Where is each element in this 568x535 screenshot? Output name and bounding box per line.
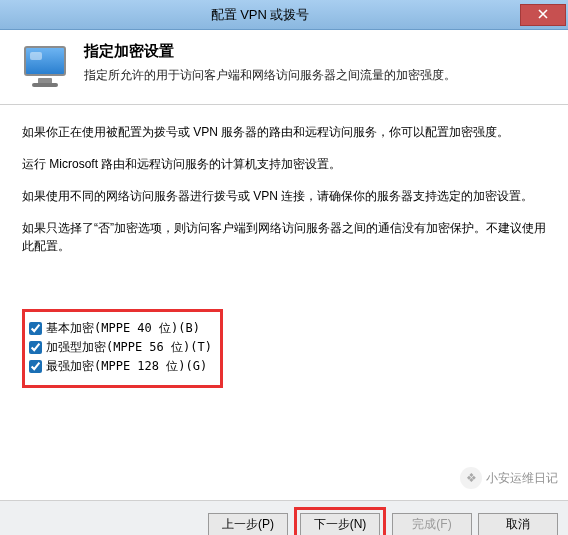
body-para-2: 运行 Microsoft 路由和远程访问服务的计算机支持加密设置。 xyxy=(22,155,546,173)
checkbox-strong-encryption[interactable] xyxy=(29,341,42,354)
checkbox-basic-encryption[interactable] xyxy=(29,322,42,335)
body-para-4: 如果只选择了“否”加密选项，则访问客户端到网络访问服务器之间的通信没有加密保护。… xyxy=(22,219,546,255)
page-title: 指定加密设置 xyxy=(84,42,456,61)
next-button-highlight: 下一步(N) xyxy=(294,507,386,536)
option-strong-row: 加强型加密(MPPE 56 位)(T) xyxy=(29,339,212,356)
window-title: 配置 VPN 或拨号 xyxy=(0,6,520,24)
cancel-button[interactable]: 取消 xyxy=(478,513,558,536)
close-icon xyxy=(538,8,548,22)
wizard-footer: 上一步(P) 下一步(N) 完成(F) 取消 xyxy=(0,500,568,535)
option-strongest-row: 最强加密(MPPE 128 位)(G) xyxy=(29,358,212,375)
next-button[interactable]: 下一步(N) xyxy=(300,513,380,536)
label-strong-encryption[interactable]: 加强型加密(MPPE 56 位)(T) xyxy=(46,339,212,356)
label-basic-encryption[interactable]: 基本加密(MPPE 40 位)(B) xyxy=(46,320,200,337)
body-para-3: 如果使用不同的网络访问服务器进行拨号或 VPN 连接，请确保你的服务器支持选定的… xyxy=(22,187,546,205)
body-para-1: 如果你正在使用被配置为拨号或 VPN 服务器的路由和远程访问服务，你可以配置加密… xyxy=(22,123,546,141)
titlebar: 配置 VPN 或拨号 xyxy=(0,0,568,30)
close-button[interactable] xyxy=(520,4,566,26)
previous-button[interactable]: 上一步(P) xyxy=(208,513,288,536)
encryption-options-group: 基本加密(MPPE 40 位)(B) 加强型加密(MPPE 56 位)(T) 最… xyxy=(22,309,223,388)
header-text: 指定加密设置 指定所允许的用于访问客户端和网络访问服务器之间流量的加密强度。 xyxy=(84,40,456,84)
finish-button: 完成(F) xyxy=(392,513,472,536)
monitor-icon xyxy=(18,40,74,90)
option-basic-row: 基本加密(MPPE 40 位)(B) xyxy=(29,320,212,337)
checkbox-strongest-encryption[interactable] xyxy=(29,360,42,373)
wizard-body: 如果你正在使用被配置为拨号或 VPN 服务器的路由和远程访问服务，你可以配置加密… xyxy=(0,105,568,500)
wizard-header: 指定加密设置 指定所允许的用于访问客户端和网络访问服务器之间流量的加密强度。 xyxy=(0,30,568,105)
label-strongest-encryption[interactable]: 最强加密(MPPE 128 位)(G) xyxy=(46,358,207,375)
page-subtitle: 指定所允许的用于访问客户端和网络访问服务器之间流量的加密强度。 xyxy=(84,67,456,84)
